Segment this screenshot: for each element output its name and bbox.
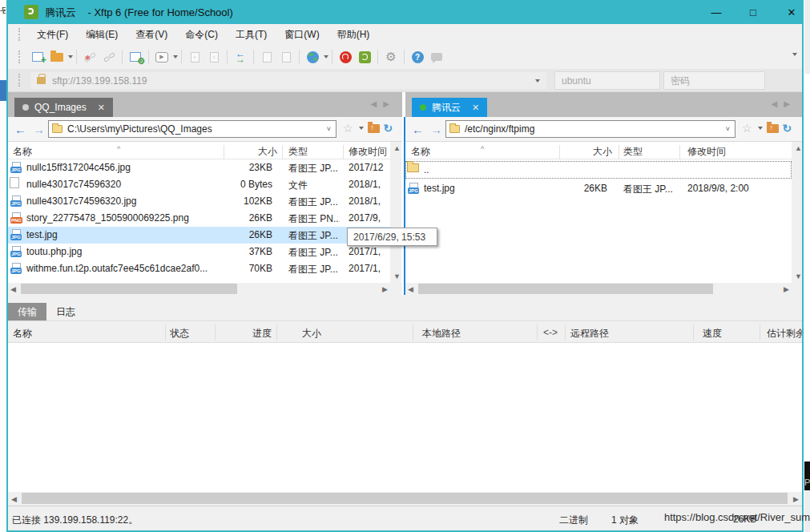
- scroll-right-icon[interactable]: ▶: [793, 495, 799, 503]
- column-type[interactable]: 类型: [288, 145, 308, 159]
- favorites-dropdown-icon[interactable]: [359, 127, 364, 130]
- refresh-icon[interactable]: ↻: [384, 122, 393, 135]
- tab-remote-session[interactable]: 腾讯云 ✕: [412, 98, 487, 117]
- menu-view[interactable]: 查看(V): [127, 24, 176, 45]
- scrollbar-thumb[interactable]: [22, 493, 788, 504]
- horizontal-scrollbar[interactable]: ◀ ▶: [405, 283, 792, 295]
- scrollbar-thumb[interactable]: [21, 284, 237, 294]
- column-name[interactable]: 名称: [13, 145, 32, 159]
- back-icon[interactable]: ←: [412, 123, 424, 136]
- column-modified[interactable]: 修改时间: [687, 145, 726, 159]
- tab-close-icon[interactable]: ✕: [98, 103, 105, 113]
- tab-close-icon[interactable]: ✕: [472, 103, 479, 113]
- file-row[interactable]: JPG test.jpg 26KB 看图王 JP... 2018/9/8, 2:…: [405, 180, 792, 197]
- column-direction[interactable]: <->: [543, 327, 558, 338]
- vertical-scrollbar[interactable]: ▲ ▼: [390, 142, 401, 283]
- scrollbar-thumb[interactable]: [418, 284, 713, 294]
- column-size[interactable]: 大小: [224, 145, 277, 159]
- scroll-left-icon[interactable]: ◀: [10, 285, 16, 293]
- column-speed[interactable]: 速度: [703, 327, 722, 341]
- open-session-icon[interactable]: [47, 47, 66, 66]
- menu-file[interactable]: 文件(F): [28, 24, 77, 45]
- xshell-icon[interactable]: [336, 47, 355, 66]
- xftp-icon[interactable]: [355, 47, 374, 66]
- run-icon[interactable]: ▶: [152, 47, 171, 66]
- file-row[interactable]: JPG nulle43017c74596320.jpg 102KB 看图王 JP…: [8, 193, 390, 210]
- settings-gear-icon[interactable]: ⚙: [381, 47, 401, 66]
- tab-scroll-icons[interactable]: ◀▶: [772, 99, 796, 108]
- minimize-button[interactable]: —: [699, 0, 734, 24]
- swap-transfer-icon[interactable]: ←→: [231, 47, 250, 66]
- run-dropdown-icon[interactable]: [173, 55, 178, 58]
- menu-command[interactable]: 命令(C): [176, 24, 227, 45]
- vertical-scrollbar[interactable]: ▲ ▼: [792, 142, 803, 283]
- horizontal-scrollbar[interactable]: ◀ ▶: [8, 283, 390, 295]
- column-size[interactable]: 大小: [559, 145, 612, 159]
- scroll-right-icon[interactable]: ▶: [382, 285, 388, 293]
- scroll-right-icon[interactable]: ▶: [784, 285, 789, 293]
- reconnect-icon[interactable]: [99, 47, 119, 66]
- transfer-horizontal-scrollbar[interactable]: ◀ ▶: [8, 492, 802, 506]
- column-type[interactable]: 类型: [623, 145, 643, 159]
- menu-edit[interactable]: 编辑(E): [77, 24, 127, 45]
- scroll-up-icon[interactable]: ▲: [393, 144, 401, 152]
- column-local-path[interactable]: 本地路径: [422, 327, 461, 341]
- refresh-icon[interactable]: ↻: [783, 122, 792, 135]
- local-path-combo[interactable]: C:\Users\my\Pictures\QQ_Images ˅: [48, 120, 336, 138]
- column-progress[interactable]: 进度: [220, 327, 272, 341]
- menu-tools[interactable]: 工具(T): [227, 24, 276, 45]
- favorites-icon[interactable]: ☆: [742, 122, 752, 135]
- tab-transfer[interactable]: 传输: [8, 303, 46, 320]
- open-session-dropdown-icon[interactable]: [68, 55, 73, 58]
- file-row[interactable]: JPG nullc15ff317204c456.jpg 23KB 看图王 JP.…: [8, 159, 390, 176]
- paste-icon[interactable]: [276, 47, 296, 66]
- transfer-right-doc-icon[interactable]: ›: [204, 47, 224, 66]
- tab-log[interactable]: 日志: [46, 303, 85, 320]
- transfer-left-doc-icon[interactable]: ‹: [185, 47, 204, 66]
- disconnect-icon[interactable]: [80, 47, 99, 66]
- new-session-icon[interactable]: +: [28, 47, 47, 66]
- favorites-icon[interactable]: ☆: [343, 122, 353, 135]
- scroll-up-icon[interactable]: ▲: [795, 144, 802, 152]
- favorites-dropdown-icon[interactable]: [758, 127, 763, 130]
- file-row[interactable]: JPG toutu.php.jpg 37KB 看图王 JP... 2017/1,: [8, 244, 390, 260]
- web-globe-icon[interactable]: [303, 47, 322, 66]
- transfer-list-body[interactable]: [8, 343, 802, 492]
- username-input[interactable]: [554, 71, 660, 90]
- home-icon[interactable]: [767, 124, 779, 133]
- column-name[interactable]: 名称: [13, 327, 32, 341]
- web-dropdown-icon[interactable]: [324, 55, 328, 58]
- drag-handle[interactable]: [18, 28, 20, 41]
- drag-handle[interactable]: [18, 74, 20, 87]
- column-eta[interactable]: 估计剩余: [767, 327, 802, 341]
- address-url-combo[interactable]: sftp://139.199.158.119: [30, 72, 546, 89]
- menu-window[interactable]: 窗口(W): [276, 24, 328, 45]
- password-input[interactable]: [663, 71, 765, 90]
- forward-icon[interactable]: →: [33, 123, 45, 136]
- column-remote-path[interactable]: 远程路径: [570, 327, 609, 341]
- parent-directory-row[interactable]: ..: [405, 161, 792, 179]
- copy-icon[interactable]: [257, 47, 276, 66]
- menu-help[interactable]: 帮助(H): [328, 24, 379, 45]
- file-row[interactable]: JPG withme.fun.t2p.outafc7ee45c61dcae2af…: [8, 260, 390, 277]
- column-name[interactable]: 名称: [411, 145, 430, 159]
- scroll-down-icon[interactable]: ▼: [393, 272, 401, 280]
- file-row[interactable]: PNG story_22775478_1505900069225.png 26K…: [8, 210, 390, 227]
- tab-local-session[interactable]: QQ_Images ✕: [14, 98, 113, 117]
- forward-icon[interactable]: →: [430, 123, 442, 136]
- remote-path-combo[interactable]: /etc/nginx/ftpimg ˅: [445, 120, 735, 138]
- home-icon[interactable]: [368, 124, 380, 133]
- close-button[interactable]: ✕: [774, 0, 809, 24]
- toolbar-overflow-icon[interactable]: [792, 53, 797, 56]
- tab-scroll-icons[interactable]: ◀▶: [371, 99, 396, 108]
- file-row-selected[interactable]: JPG test.jpg 26KB 看图王 JP...: [8, 227, 390, 244]
- scroll-down-icon[interactable]: ▼: [795, 272, 802, 280]
- address-dropdown-icon[interactable]: [535, 79, 540, 83]
- help-icon[interactable]: ?: [408, 47, 427, 66]
- scroll-left-icon[interactable]: ◀: [408, 285, 413, 293]
- drag-handle[interactable]: [18, 50, 20, 63]
- feedback-chat-icon[interactable]: [427, 47, 446, 66]
- back-icon[interactable]: ←: [14, 123, 26, 136]
- scroll-left-icon[interactable]: ◀: [11, 495, 17, 503]
- file-row[interactable]: nulle43017c74596320 0 Bytes 文件 2018/1,: [8, 176, 390, 193]
